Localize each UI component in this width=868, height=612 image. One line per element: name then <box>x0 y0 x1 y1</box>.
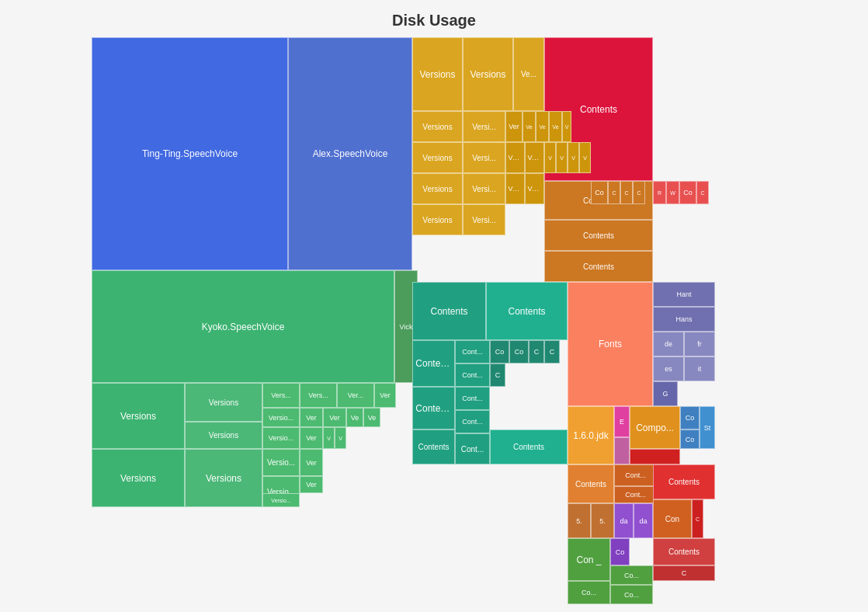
treemap-cell-it: it <box>684 356 715 381</box>
cell-label: Ver... <box>346 390 366 401</box>
cell-label: Co <box>614 547 627 558</box>
treemap-cell-ve-row3-4: Ve... <box>525 142 544 173</box>
treemap-cell-contents-teal5: Contents <box>412 387 455 429</box>
cell-label: Alex.SpeechVoice <box>311 147 390 161</box>
treemap-cell-pink-small <box>614 437 630 464</box>
treemap-cell-versio-grn7: Versio... <box>262 408 300 427</box>
cell-label: Co <box>684 412 696 423</box>
treemap-cell-contents-green-big: Contents <box>490 429 568 464</box>
cell-label: Versio... <box>267 412 296 423</box>
treemap-cell-ver-grp1: Versions <box>412 37 463 111</box>
treemap-cell-versio-grn19: Versio... <box>262 449 300 476</box>
cell-label: V <box>325 434 332 443</box>
cell-label: Cont... <box>460 393 484 404</box>
treemap-cell-contents-red3: Contents <box>653 538 715 565</box>
cell-label: Contents <box>582 230 616 242</box>
cell-label: Co <box>682 187 694 198</box>
treemap-cell-contents-orange3b: Contents <box>568 464 614 503</box>
cell-label: Cont... <box>460 443 485 455</box>
cell-label: Cont... <box>623 470 648 481</box>
treemap-cell-v-row3-8: V <box>579 142 591 173</box>
cell-label: Contents <box>414 356 453 370</box>
treemap-cell-ve-row3-3: Ve... <box>505 142 525 173</box>
cell-label: Ver <box>304 433 318 443</box>
cell-label: Co <box>593 187 606 198</box>
cell-label: Contents <box>582 261 616 273</box>
treemap-cell-c-grp-small: C <box>653 565 715 581</box>
cell-label: Compo... <box>634 421 675 435</box>
cell-label: Contents <box>429 304 469 318</box>
treemap-cell-st-blue: St <box>700 406 715 449</box>
cell-label: C <box>494 370 502 381</box>
cell-label: C <box>610 189 617 197</box>
cell-label: Ting-Ting.SpeechVoice <box>141 147 239 161</box>
cell-label: Ver <box>304 457 318 468</box>
treemap-cell-versi-row5-2: Versi... <box>463 204 505 235</box>
cell-label: Ver <box>304 412 318 423</box>
cell-label: Contents <box>416 441 450 453</box>
treemap-cell-hant: Hant <box>653 282 715 307</box>
cell-label: Ve... <box>526 152 543 163</box>
treemap-cell-g: G <box>653 381 678 406</box>
cell-label: Ve <box>550 123 560 131</box>
cell-label: Ve... <box>507 152 524 163</box>
treemap-cell-ver-grp2: Versions <box>463 37 513 111</box>
cell-label: V <box>564 123 571 131</box>
cell-label: Ve... <box>526 183 543 194</box>
treemap-cell-v-grn16: V <box>335 427 346 449</box>
cell-label: Contents <box>512 441 546 453</box>
cell-label: de <box>663 339 674 349</box>
cell-label: da <box>637 516 648 527</box>
treemap-cell-ver-grn22: Ver <box>300 476 323 493</box>
treemap-cell-five-2: 5. <box>591 503 614 538</box>
cell-label: Kyoko.SpeechVoice <box>200 320 286 334</box>
cell-label: Versi... <box>470 152 498 164</box>
treemap-cell-co-blue1: Co <box>680 406 700 429</box>
treemap-cell-cont-grp1: Cont... <box>614 464 657 486</box>
cell-label: Versions <box>207 429 240 441</box>
cell-label: Versions <box>119 409 158 423</box>
cell-label: Vers... <box>269 390 293 401</box>
cell-label: E <box>618 416 626 427</box>
treemap-cell-w-small: W <box>666 181 679 204</box>
treemap-cell-versions-grn18: Versions <box>185 449 262 507</box>
treemap-cell-contents-teal1: Contents <box>412 282 486 340</box>
treemap-cell-r-small: R <box>653 181 666 204</box>
treemap-cell-de: de <box>653 332 684 356</box>
cell-label: C <box>548 346 557 357</box>
treemap-cell-contents-teal3: Contents <box>412 340 455 387</box>
cell-label: W <box>668 189 677 197</box>
cell-label: it <box>696 363 703 374</box>
treemap-cell-ver-row2-1: Versions <box>412 111 463 142</box>
cell-label: 5. <box>598 516 607 527</box>
treemap-cell-versi-row4-2: Versi... <box>463 173 505 204</box>
treemap-cell-ver-grn6: Ver <box>374 383 396 408</box>
treemap-cell-co-purple: Co <box>610 538 630 565</box>
cell-label: Versions <box>119 471 158 485</box>
cell-label: V <box>337 434 344 443</box>
cell-label: V <box>570 154 577 162</box>
cell-label: Co <box>684 434 696 445</box>
treemap-cell-es: es <box>653 356 684 381</box>
cell-label: Versions <box>207 397 240 409</box>
treemap-cell-co-teal6: Co <box>509 340 529 363</box>
cell-label: es <box>663 363 674 374</box>
treemap-cell-contents-orange2: Contents <box>544 220 653 251</box>
cell-label: C <box>533 346 541 357</box>
cell-label: Contents <box>574 478 608 490</box>
treemap-cell-contents-teal8: Contents <box>412 429 455 464</box>
cell-label: Co... <box>623 570 641 581</box>
treemap-cell-red-small1 <box>630 449 680 464</box>
treemap-cell-cont-teal10: Cont... <box>455 433 490 464</box>
cell-label: Versions <box>418 68 457 82</box>
treemap-cell-c-teal8: C <box>544 340 560 363</box>
cell-label: fr <box>696 339 703 349</box>
cell-label: Cont... <box>460 416 484 427</box>
treemap-cell-co-grn4: Co... <box>610 585 653 604</box>
cell-label: Versio... <box>269 496 292 505</box>
cell-label: Versions <box>421 152 453 164</box>
treemap-cell-cont-teal4: Cont... <box>455 340 490 363</box>
cell-label: V <box>547 154 554 162</box>
cell-label: Ve <box>366 412 378 423</box>
treemap-cell-c-teal9: C <box>490 363 505 387</box>
